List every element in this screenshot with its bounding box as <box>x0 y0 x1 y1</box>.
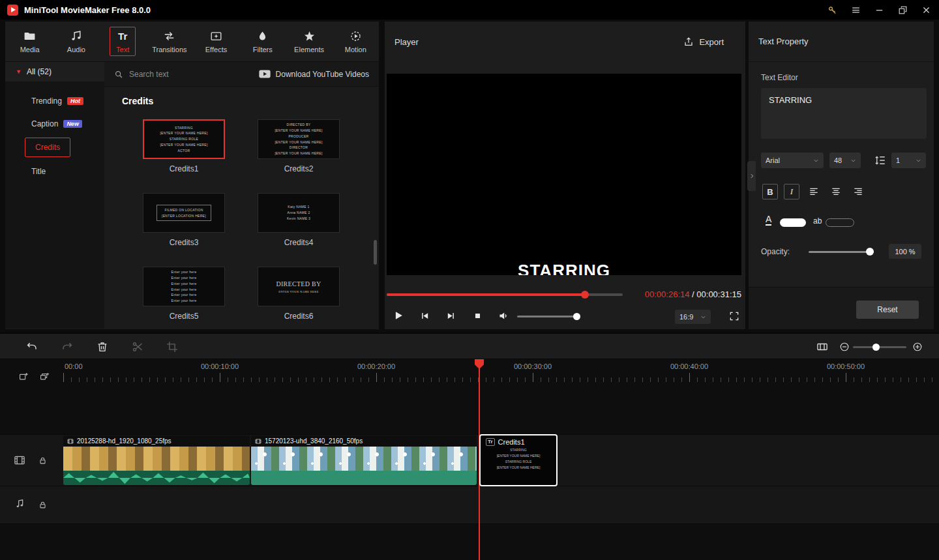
tab-text[interactable]: Tr Text <box>100 22 146 61</box>
template-thumbnail[interactable]: FILMED ON LOCATION [ENTER LOCATION HERE] <box>143 193 225 233</box>
tab-motion[interactable]: Motion <box>333 22 379 61</box>
category-title[interactable]: Title <box>5 160 104 183</box>
video-preview[interactable]: STARRING <box>387 74 741 275</box>
next-frame-button[interactable] <box>446 311 456 321</box>
align-center-button[interactable] <box>828 184 844 199</box>
fullscreen-button[interactable] <box>729 311 739 321</box>
audio-track-lock-icon[interactable] <box>38 501 47 509</box>
timeline-zoom-slider[interactable] <box>853 346 906 348</box>
redo-icon[interactable] <box>61 341 73 353</box>
minimize-icon[interactable] <box>874 5 885 16</box>
line-spacing-select[interactable]: 1 <box>891 153 926 168</box>
scrollbar-thumb[interactable] <box>374 240 377 265</box>
film-icon <box>67 438 74 445</box>
template-credits2[interactable]: DIRECTED BY [ENTER YOUR NAME HERE] PRODU… <box>258 119 340 173</box>
youtube-icon <box>259 70 271 78</box>
opacity-slider[interactable] <box>809 251 874 253</box>
delete-icon[interactable] <box>97 341 108 353</box>
zoom-in-icon[interactable] <box>912 342 923 352</box>
reset-button[interactable]: Reset <box>856 301 919 319</box>
align-right-button[interactable] <box>850 184 866 199</box>
aspect-ratio-select[interactable]: 16:9 <box>675 310 711 324</box>
template-thumbnail[interactable]: DIRECTED BY [ENTER YOUR NAME HERE] PRODU… <box>258 119 340 159</box>
text-clip-icon: Tr <box>486 438 495 446</box>
export-button[interactable]: Export <box>683 37 724 47</box>
opacity-handle[interactable] <box>866 248 874 256</box>
zoom-out-icon[interactable] <box>839 342 850 352</box>
clip-thumbnails <box>63 447 250 471</box>
text-editor-input[interactable]: STARRING <box>761 88 927 139</box>
volume-slider[interactable] <box>517 316 578 317</box>
collapse-panel-tab[interactable] <box>747 161 756 191</box>
template-credits6[interactable]: DIRECTED BY ENTER YOUR NAME HERE Credits… <box>258 267 340 321</box>
close-icon[interactable] <box>921 5 932 16</box>
download-youtube-button[interactable]: Download YouTube Videos <box>259 70 369 79</box>
stop-button[interactable] <box>473 312 482 320</box>
license-key-icon[interactable] <box>827 5 838 16</box>
panel-footer: Reset <box>749 287 934 329</box>
timeline-clip-video1[interactable]: 20125288-hd_1920_1080_25fps <box>63 435 250 485</box>
tab-media[interactable]: Media <box>7 22 53 61</box>
font-family-select[interactable]: Arial <box>761 153 824 168</box>
template-credits4[interactable]: Katy NAME 1 Anna NAME 2 Kevin NAME 3 Cre… <box>258 193 340 247</box>
audio-waveform <box>63 471 250 485</box>
highlight-color-swatch[interactable] <box>826 218 854 227</box>
tab-elements[interactable]: Elements <box>286 22 332 61</box>
timeline-ruler[interactable] <box>63 373 939 382</box>
template-credits5[interactable]: Enter your here Enter your here Enter yo… <box>143 267 225 321</box>
align-left-button[interactable] <box>806 184 822 199</box>
template-credits1[interactable]: STARRING [ENTER YOUR NAME HERE] STARRING… <box>143 119 225 173</box>
tab-audio[interactable]: Audio <box>53 22 99 61</box>
current-time: 00:00:26:14 <box>645 289 690 299</box>
add-track-icon[interactable] <box>19 372 29 381</box>
search-icon <box>114 70 123 79</box>
clip-name: Credits1 <box>498 438 525 446</box>
template-thumbnail[interactable]: STARRING [ENTER YOUR NAME HERE] STARRING… <box>143 119 225 159</box>
video-track-lock-icon[interactable] <box>38 456 47 465</box>
opacity-label: Opacity: <box>761 247 790 256</box>
bold-button[interactable]: B <box>762 184 778 199</box>
time-display: 00:00:26:14 / 00:00:31:15 <box>645 289 741 299</box>
crop-icon[interactable] <box>166 341 178 353</box>
film-icon <box>255 438 261 445</box>
template-gallery: Download YouTube Videos Credits STARRING… <box>104 62 379 329</box>
effects-icon <box>210 30 222 42</box>
template-thumbnail[interactable]: Katy NAME 1 Anna NAME 2 Kevin NAME 3 <box>258 193 340 233</box>
category-trending[interactable]: Trending Hot <box>5 89 104 112</box>
tab-filters[interactable]: Filters <box>239 22 286 61</box>
duplicate-track-icon[interactable] <box>40 372 50 381</box>
text-editor-label: Text Editor <box>761 73 798 82</box>
zoom-handle[interactable] <box>872 344 880 351</box>
previous-frame-button[interactable] <box>420 311 430 321</box>
playhead[interactable] <box>475 359 484 369</box>
line-spacing-icon <box>874 155 886 166</box>
tab-transitions[interactable]: Transitions <box>146 22 193 61</box>
menu-icon[interactable] <box>850 5 861 16</box>
italic-button[interactable]: I <box>784 184 799 199</box>
template-thumbnail[interactable]: DIRECTED BY ENTER YOUR NAME HERE <box>258 267 340 306</box>
template-credits3[interactable]: FILMED ON LOCATION [ENTER LOCATION HERE]… <box>143 193 225 247</box>
volume-handle[interactable] <box>573 313 580 320</box>
category-label: Trending <box>31 96 62 106</box>
font-color-swatch[interactable] <box>780 218 806 227</box>
timeline-clip-video2[interactable]: 15720123-uhd_3840_2160_50fps <box>251 435 477 485</box>
category-credits[interactable]: Credits <box>25 135 104 160</box>
video-overlay-text[interactable]: STARRING <box>387 261 741 275</box>
timeline-clip-credits1[interactable]: Tr Credits1 STARRING [ENTER YOUR NAME HE… <box>479 434 558 486</box>
undo-icon[interactable] <box>26 341 38 353</box>
category-caption[interactable]: Caption New <box>5 112 104 135</box>
search-input[interactable] <box>129 70 227 79</box>
progress-handle[interactable] <box>581 291 589 299</box>
playback-progress-bar[interactable] <box>387 293 623 296</box>
volume-icon[interactable] <box>498 310 509 321</box>
maximize-icon[interactable] <box>897 5 908 16</box>
motion-icon <box>350 30 362 42</box>
fit-timeline-icon[interactable] <box>816 341 828 353</box>
category-all[interactable]: ▼ All (52) <box>5 62 104 81</box>
app-logo <box>7 5 18 16</box>
play-button[interactable] <box>393 310 404 321</box>
split-scissors-icon[interactable] <box>132 341 143 353</box>
font-size-select[interactable]: 48 <box>829 153 861 168</box>
template-thumbnail[interactable]: Enter your here Enter your here Enter yo… <box>143 267 225 306</box>
tab-effects[interactable]: Effects <box>193 22 239 61</box>
